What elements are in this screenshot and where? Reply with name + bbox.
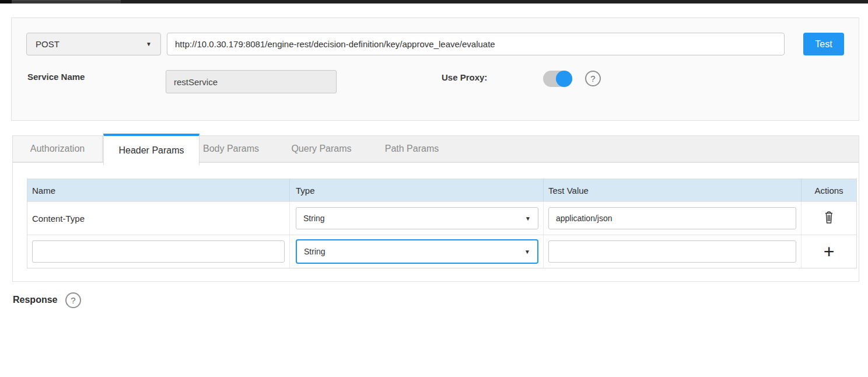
tab-authorization[interactable]: Authorization: [13, 136, 103, 162]
trash-icon: [823, 211, 835, 225]
chevron-down-icon: ▼: [525, 215, 531, 222]
tab-header-params[interactable]: Header Params: [103, 134, 200, 165]
param-name-value: Content-Type: [32, 214, 85, 224]
table-header-row: Name Type Test Value Actions: [27, 179, 856, 201]
use-proxy-label: Use Proxy:: [442, 72, 487, 82]
new-param-name-input[interactable]: [32, 240, 285, 263]
browser-chrome-sliver: [0, 0, 868, 4]
params-tab-bar: Authorization Header Params Body Params …: [12, 135, 859, 162]
param-test-value-input[interactable]: [548, 207, 796, 229]
param-type-value: String: [304, 247, 326, 256]
param-type-value: String: [303, 214, 325, 223]
proxy-help-icon[interactable]: ?: [585, 71, 601, 86]
response-section-label: Response: [13, 295, 57, 305]
response-help-icon[interactable]: ?: [65, 292, 81, 308]
tab-query-params[interactable]: Query Params: [275, 136, 368, 162]
column-header-test-value: Test Value: [544, 179, 802, 201]
new-param-test-value-input[interactable]: [548, 240, 796, 263]
toggle-thumb: [556, 71, 572, 87]
request-panel: POST ▼ Test Service Name Use Proxy: ?: [11, 18, 859, 121]
http-method-dropdown[interactable]: POST ▼: [26, 33, 161, 55]
param-type-dropdown[interactable]: String ▼: [296, 207, 538, 229]
new-param-type-dropdown[interactable]: String ▼: [296, 239, 538, 264]
column-header-actions: Actions: [802, 179, 856, 201]
add-row-button[interactable]: +: [817, 240, 841, 263]
tab-body-params[interactable]: Body Params: [187, 136, 275, 162]
table-row: String ▼ +: [27, 235, 856, 268]
service-name-label: Service Name: [27, 72, 85, 82]
delete-row-button[interactable]: [817, 207, 841, 230]
test-button[interactable]: Test: [803, 33, 844, 55]
column-header-type: Type: [290, 179, 544, 201]
table-row: Content-Type String ▼: [27, 201, 856, 235]
tab-path-params[interactable]: Path Params: [368, 136, 456, 162]
params-table: Name Type Test Value Actions Content-Typ…: [27, 179, 857, 268]
request-url-input[interactable]: [167, 33, 785, 55]
use-proxy-toggle[interactable]: [543, 71, 572, 87]
chevron-down-icon: ▼: [146, 41, 152, 47]
service-name-input[interactable]: [166, 70, 337, 93]
header-params-card: Name Type Test Value Actions Content-Typ…: [12, 162, 859, 282]
plus-icon: +: [824, 242, 835, 261]
http-method-value: POST: [36, 39, 60, 49]
column-header-name: Name: [27, 179, 290, 201]
chevron-down-icon: ▼: [524, 249, 530, 255]
chrome-segment-tab: [12, 0, 121, 4]
chrome-segment-dark: [0, 0, 12, 4]
